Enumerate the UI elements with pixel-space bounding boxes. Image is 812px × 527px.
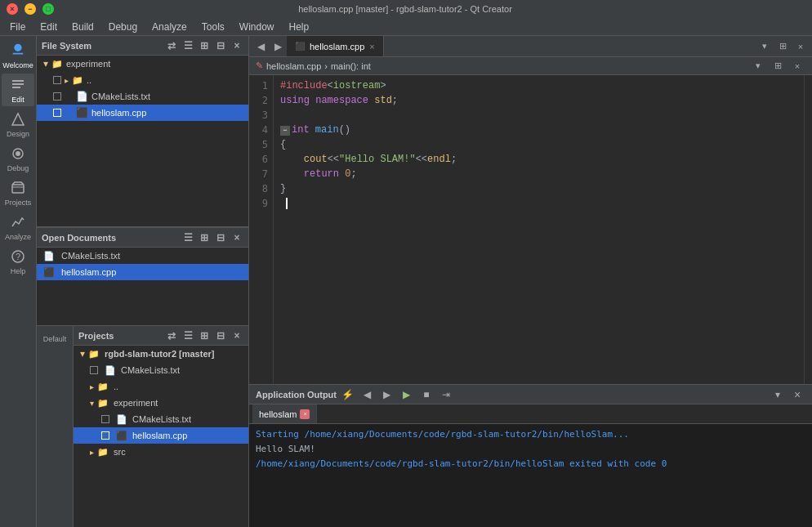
- proj-checkbox[interactable]: [90, 366, 98, 374]
- sidebar-welcome-button[interactable]: Welcome: [2, 39, 34, 72]
- proj-checkbox[interactable]: [101, 431, 109, 440]
- fs-checkbox[interactable]: [53, 109, 61, 117]
- svg-rect-4: [12, 87, 20, 88]
- doc-item-cmakelists[interactable]: 📄 CMakeLists.txt: [37, 248, 248, 264]
- tab-forward-btn[interactable]: ▶: [270, 36, 287, 56]
- docs-filter-btn[interactable]: ☰: [181, 231, 194, 244]
- projects-title: Projects: [78, 331, 162, 341]
- editor-scrollbar[interactable]: [804, 75, 812, 384]
- cpp-icon: ⬛: [116, 431, 127, 441]
- fs-item-experiment[interactable]: ▾ 📁 experiment: [37, 56, 248, 72]
- fs-filter-btn[interactable]: ☰: [181, 39, 194, 52]
- code-body[interactable]: #include<iostream> using namespace std; …: [274, 75, 804, 384]
- fs-link-btn[interactable]: ⊞: [198, 39, 211, 52]
- proj-cmakelists[interactable]: 📄 CMakeLists.txt: [74, 362, 248, 378]
- output-run-btn[interactable]: ▶: [399, 386, 415, 403]
- folder-expand-icon: ▾: [43, 58, 48, 69]
- analyze-icon: [9, 213, 27, 231]
- maximize-button[interactable]: □: [42, 3, 54, 15]
- breadcrumb-split-btn[interactable]: ⊞: [770, 58, 786, 74]
- editor-tab-helloslam[interactable]: ⬛ helloslam.cpp ×: [287, 36, 384, 56]
- proj-src[interactable]: ▸ 📁 src: [74, 444, 248, 460]
- projects-mini-btn[interactable]: Default: [39, 329, 70, 349]
- menu-tools[interactable]: Tools: [195, 20, 231, 34]
- sidebar-help-button[interactable]: ? Help: [2, 245, 34, 278]
- sidebar-design-button[interactable]: Design: [2, 108, 34, 141]
- menu-file[interactable]: File: [3, 20, 32, 34]
- docs-split-btn[interactable]: ⊞: [198, 231, 211, 244]
- output-tab-helloslam[interactable]: helloslam ×: [252, 404, 317, 423]
- menu-edit[interactable]: Edit: [33, 20, 64, 34]
- editor-breadcrumb: ✎ helloslam.cpp › main(): int ▾ ⊞ ×: [249, 57, 812, 75]
- menu-help[interactable]: Help: [283, 20, 316, 34]
- tab-close-editor-btn[interactable]: ×: [792, 38, 809, 55]
- file-icon: 📄: [105, 365, 116, 376]
- folder-icon: 📁: [97, 447, 109, 458]
- breadcrumb-dropdown-btn[interactable]: ▾: [750, 58, 766, 74]
- proj-close-btn[interactable]: ×: [230, 329, 243, 342]
- menu-window[interactable]: Window: [233, 20, 281, 34]
- fs-split-btn[interactable]: ⊟: [214, 39, 227, 52]
- svg-text:?: ?: [16, 252, 20, 261]
- sidebar-edit-button[interactable]: Edit: [2, 74, 34, 106]
- output-close-btn[interactable]: ×: [789, 386, 805, 403]
- doc-item-helloslam[interactable]: ⬛ helloslam.cpp: [37, 264, 248, 280]
- sidebar-debug-button[interactable]: Debug: [2, 142, 34, 175]
- line-numbers: 1 2 3 4 5 6 7 8 9: [249, 75, 274, 384]
- output-minimize-btn[interactable]: ▾: [770, 386, 786, 403]
- fs-sync-btn[interactable]: ⇄: [165, 39, 178, 52]
- help-icon: ?: [9, 248, 27, 266]
- breadcrumb-close-btn[interactable]: ×: [789, 58, 805, 74]
- fs-item-dotdot[interactable]: ▸ 📁 ..: [37, 72, 248, 88]
- proj-root[interactable]: ▾ 📁 rgbd-slam-tutor2 [master]: [74, 346, 248, 362]
- open-docs-tree: 📄 CMakeLists.txt ⬛ helloslam.cpp: [37, 248, 248, 280]
- proj-split-btn[interactable]: ⊞: [198, 329, 211, 342]
- proj-filter-btn[interactable]: ☰: [181, 329, 194, 342]
- tab-split-btn[interactable]: ⊞: [774, 38, 791, 55]
- sidebar-analyze-button[interactable]: Analyze: [2, 211, 34, 243]
- projects-lower-section: Default Projects ⇄ ☰ ⊞ ⊟ × ▾ 📁 rgbd: [37, 326, 248, 527]
- close-button[interactable]: ×: [7, 3, 18, 15]
- output-line-2: Hello SLAM!: [256, 442, 805, 457]
- projects-header: Projects ⇄ ☰ ⊞ ⊟ ×: [74, 326, 248, 346]
- projects-tree-container: Projects ⇄ ☰ ⊞ ⊟ × ▾ 📁 rgbd-slam-tutor2 …: [74, 326, 248, 527]
- proj-item-label: helloslam.cpp: [132, 431, 187, 440]
- output-back-btn[interactable]: ◀: [359, 386, 376, 403]
- menu-analyze[interactable]: Analyze: [145, 20, 194, 34]
- tab-back-btn[interactable]: ◀: [252, 36, 270, 56]
- tab-close-btn[interactable]: ×: [369, 42, 374, 51]
- output-stop-btn[interactable]: ■: [418, 386, 435, 403]
- minimize-button[interactable]: −: [25, 3, 36, 15]
- docs-split2-btn[interactable]: ⊟: [214, 231, 227, 244]
- proj-split2-btn[interactable]: ⊟: [214, 329, 227, 342]
- main-layout: Welcome Edit Design: [0, 36, 812, 527]
- fs-item-cmakelists[interactable]: 📄 CMakeLists.txt: [37, 88, 248, 105]
- svg-marker-5: [12, 114, 24, 125]
- window-controls: × − □: [7, 3, 54, 15]
- svg-point-0: [14, 44, 21, 51]
- fs-checkbox[interactable]: [53, 76, 61, 84]
- folder-icon: 📁: [51, 59, 63, 69]
- output-tab-close[interactable]: ×: [300, 409, 310, 419]
- output-forward-btn[interactable]: ▶: [379, 386, 395, 403]
- sidebar-projects-button[interactable]: Projects: [2, 176, 34, 209]
- output-icon-btn[interactable]: ⚡: [340, 386, 356, 403]
- fs-close-btn[interactable]: ×: [230, 39, 243, 52]
- tab-breadcrumb-dropdown[interactable]: ▾: [756, 38, 773, 55]
- code-editor[interactable]: 1 2 3 4 5 6 7 8 9 #include<iostream> usi…: [249, 75, 812, 384]
- folder-icon2: 📁: [72, 75, 83, 86]
- tab-cpp-icon: ⬛: [295, 42, 305, 51]
- menu-build[interactable]: Build: [65, 20, 100, 34]
- design-icon: [9, 110, 27, 128]
- fs-item-helloslam[interactable]: ⬛ helloslam.cpp: [37, 105, 248, 121]
- menu-debug[interactable]: Debug: [102, 20, 144, 34]
- output-clear-btn[interactable]: ⇥: [438, 386, 454, 403]
- proj-checkbox[interactable]: [101, 415, 109, 423]
- docs-close-btn[interactable]: ×: [230, 231, 243, 244]
- fs-checkbox[interactable]: [53, 92, 61, 100]
- proj-helloslam[interactable]: ⬛ helloslam.cpp: [74, 427, 248, 444]
- proj-dotdot[interactable]: ▸ 📁 ..: [74, 378, 248, 395]
- proj-sync-btn[interactable]: ⇄: [165, 329, 178, 342]
- proj-exp-cmakelists[interactable]: 📄 CMakeLists.txt: [74, 411, 248, 427]
- proj-experiment[interactable]: ▾ 📁 experiment: [74, 395, 248, 411]
